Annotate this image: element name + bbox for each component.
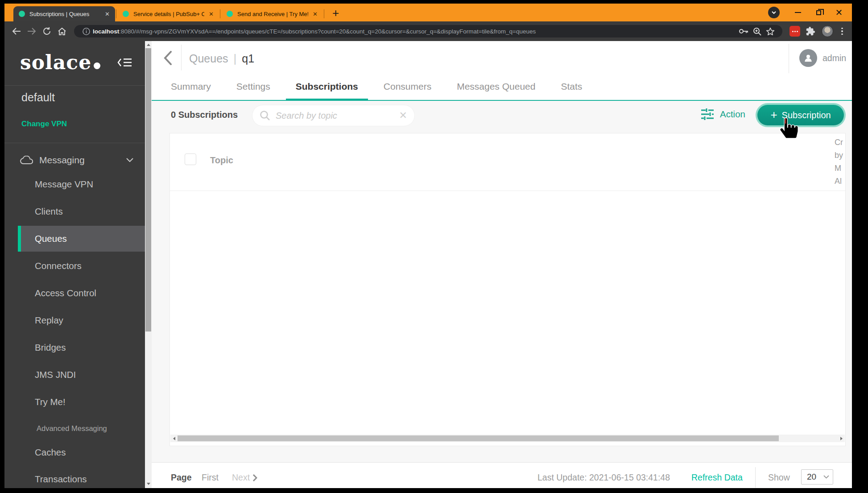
cloud-icon	[20, 156, 33, 165]
header-divider	[181, 45, 182, 70]
tab-close-icon[interactable]: ✕	[209, 11, 214, 17]
site-info-icon[interactable]	[79, 25, 93, 37]
user-menu[interactable]: admin	[799, 49, 846, 67]
browser-toolbar: localhost:8080/#/msg-vpns/ZGVmYXVsdA==/e…	[4, 21, 852, 41]
extension-red-icon[interactable]	[789, 26, 800, 37]
topic-column-header: Topic	[210, 155, 233, 166]
sidebar-collapse-icon[interactable]	[117, 57, 132, 70]
extensions-puzzle-icon[interactable]	[803, 24, 818, 39]
sidebar-item-caches[interactable]: Caches	[4, 439, 145, 465]
back-icon[interactable]	[9, 24, 24, 39]
zoom-icon[interactable]	[750, 25, 764, 37]
chevron-down-icon	[823, 475, 829, 479]
back-arrow-button[interactable]	[163, 51, 179, 67]
clipped-column-header: Cr by M Al	[835, 136, 845, 190]
sidebar-item-message-vpn[interactable]: Message VPN	[4, 171, 145, 197]
sidebar-scrollbar[interactable]	[145, 41, 152, 488]
breadcrumb: Queues | q1	[189, 52, 254, 66]
sidebar-item-jms-jndi[interactable]: JMS JNDI	[4, 362, 145, 388]
search-box[interactable]: ✕	[252, 105, 415, 126]
window-menu-button[interactable]	[768, 7, 780, 18]
window-controls: ✕	[768, 4, 849, 21]
minimize-button[interactable]	[788, 4, 808, 21]
reload-icon[interactable]	[39, 24, 54, 39]
next-page-button[interactable]: Next	[232, 472, 257, 483]
new-tab-button[interactable]: +	[332, 7, 339, 19]
tab-subscriptions[interactable]: Subscriptions	[296, 81, 358, 100]
tab-consumers[interactable]: Consumers	[384, 81, 431, 100]
sidebar-scrollbar-thumb[interactable]	[145, 48, 151, 331]
sidebar-item-try-me[interactable]: Try Me!	[4, 389, 145, 415]
browser-tab-2[interactable]: Service details | PubSub+ Cloud ✕	[117, 6, 219, 21]
refresh-data-link[interactable]: Refresh Data	[691, 472, 743, 483]
password-key-icon[interactable]	[737, 25, 750, 37]
chevron-right-icon	[252, 474, 257, 481]
action-button[interactable]: Action	[700, 108, 745, 120]
tab-separator	[220, 9, 220, 18]
add-subscription-button[interactable]: + Subscription	[756, 103, 846, 127]
pagination-footer: Page First Next Last Update: 2021-06-15 …	[152, 462, 852, 488]
browser-menu-icon[interactable]	[837, 28, 847, 35]
last-update-text: Last Update: 2021-06-15 03:41:48	[537, 472, 670, 483]
action-label: Action	[720, 109, 745, 120]
tab-title: Subscriptions | Queues	[29, 11, 100, 17]
browser-window: Subscriptions | Queues ✕ Service details…	[4, 4, 852, 488]
scroll-left-arrow[interactable]	[170, 435, 178, 442]
subscriptions-table: Topic Cr by M Al	[169, 133, 846, 446]
tab-title: Send and Receive | Try Me!	[237, 11, 308, 17]
sidebar-item-advanced-messaging[interactable]: Advanced Messaging	[4, 415, 145, 441]
restore-button[interactable]	[808, 4, 829, 21]
tab-favicon	[227, 11, 233, 17]
main-content: Queues | q1 admin Summary Settings Subsc…	[152, 41, 852, 488]
scroll-right-arrow[interactable]	[838, 435, 845, 442]
tab-settings[interactable]: Settings	[236, 81, 270, 100]
horizontal-scrollbar[interactable]	[170, 435, 845, 442]
chevron-down-icon	[126, 158, 133, 162]
first-page-button[interactable]: First	[202, 472, 219, 483]
scroll-up-arrow[interactable]	[145, 41, 152, 48]
tab-separator	[324, 9, 324, 18]
sidebar: solace default Change VPN Messaging Mess…	[4, 41, 145, 488]
tab-close-icon[interactable]: ✕	[105, 11, 110, 17]
select-all-checkbox[interactable]	[185, 153, 196, 165]
tab-title: Service details | PubSub+ Cloud	[133, 11, 204, 17]
sidebar-item-transactions[interactable]: Transactions	[4, 466, 145, 488]
breadcrumb-current: q1	[242, 52, 254, 65]
tab-favicon	[123, 11, 129, 17]
address-bar[interactable]: localhost:8080/#/msg-vpns/ZGVmYXVsdA==/e…	[74, 25, 782, 37]
sidebar-item-connectors[interactable]: Connectors	[4, 253, 145, 279]
browser-tab-active[interactable]: Subscriptions | Queues ✕	[13, 6, 115, 21]
horizontal-scrollbar-thumb[interactable]	[178, 435, 779, 441]
sliders-icon	[700, 108, 715, 120]
sidebar-item-clients[interactable]: Clients	[4, 199, 145, 224]
app-region: solace default Change VPN Messaging Mess…	[4, 41, 852, 488]
tab-close-icon[interactable]: ✕	[313, 11, 318, 17]
url-text: localhost:8080/#/msg-vpns/ZGVmYXVsdA==/e…	[93, 28, 536, 35]
tab-messages-queued[interactable]: Messages Queued	[457, 81, 535, 100]
home-icon[interactable]	[54, 24, 70, 39]
tab-separator	[116, 9, 116, 18]
sidebar-item-replay[interactable]: Replay	[4, 307, 145, 333]
close-button[interactable]: ✕	[829, 4, 849, 21]
search-input[interactable]	[276, 111, 394, 121]
forward-icon[interactable]	[24, 24, 39, 39]
clear-search-icon[interactable]: ✕	[399, 110, 407, 121]
tab-favicon	[19, 11, 25, 17]
change-vpn-link[interactable]: Change VPN	[21, 120, 67, 128]
scroll-down-arrow[interactable]	[145, 481, 152, 487]
bookmark-star-icon[interactable]	[764, 25, 777, 37]
sidebar-item-access-control[interactable]: Access Control	[4, 280, 145, 306]
page-label: Page	[171, 472, 192, 483]
page-size-select[interactable]: 20	[801, 469, 833, 485]
header-divider	[789, 44, 789, 73]
sidebar-section-label: Messaging	[39, 155, 85, 166]
sidebar-item-queues[interactable]: Queues	[18, 226, 145, 252]
tab-stats[interactable]: Stats	[561, 81, 582, 100]
sidebar-section-messaging[interactable]: Messaging	[4, 148, 145, 172]
tab-summary[interactable]: Summary	[171, 81, 211, 100]
profile-avatar[interactable]	[822, 25, 833, 37]
browser-tab-3[interactable]: Send and Receive | Try Me! ✕	[221, 6, 323, 21]
user-name: admin	[823, 53, 846, 63]
sidebar-item-bridges[interactable]: Bridges	[4, 335, 145, 360]
breadcrumb-parent[interactable]: Queues	[189, 52, 228, 65]
